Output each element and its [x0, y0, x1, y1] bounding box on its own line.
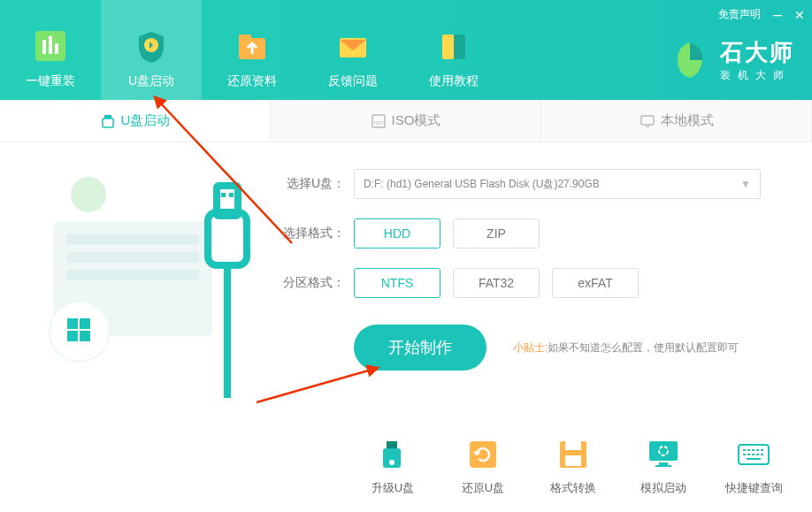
monitor-icon [640, 113, 655, 129]
svg-rect-40 [655, 465, 671, 467]
svg-text:ISO: ISO [374, 120, 384, 126]
tool-label: 模拟启动 [640, 480, 686, 496]
format-label: 选择格式： [283, 225, 345, 241]
book-icon [435, 27, 472, 65]
disclaimer-link[interactable]: 免责声明 [718, 7, 761, 22]
usb-icon [100, 113, 116, 129]
svg-rect-30 [387, 441, 397, 448]
tool-label: 升级U盘 [372, 480, 414, 496]
svg-rect-2 [49, 36, 52, 54]
svg-rect-1 [42, 40, 46, 54]
start-button[interactable]: 开始制作 [354, 325, 486, 371]
nav-label: 使用教程 [429, 73, 479, 89]
tip-label: 小贴士: [513, 341, 548, 354]
floppy-icon [555, 436, 592, 473]
chevron-down-icon: ▼ [740, 178, 751, 190]
logo-title: 石大师 [720, 37, 794, 68]
mail-icon [334, 27, 372, 65]
nav-label: 一键重装 [26, 73, 75, 89]
minimize-icon[interactable]: – [773, 5, 782, 24]
usb-stick-icon [374, 436, 411, 473]
bottom-tools: 升级U盘 还原U盘 格式转换 模拟启动 快捷键查询 [361, 436, 785, 496]
partition-fat32[interactable]: FAT32 [453, 268, 540, 298]
tab-iso[interactable]: ISO ISO模式 [271, 100, 541, 141]
tool-label: 快捷键查询 [725, 480, 783, 496]
main-content: 选择U盘： D:F: (hd1) General USB Flash Disk … [0, 142, 812, 388]
svg-rect-35 [565, 441, 581, 450]
restore-icon [464, 436, 502, 473]
usb-select-value: D:F: (hd1) General USB Flash Disk (U盘)27… [364, 177, 600, 192]
tab-usb-boot[interactable]: U盘启动 [0, 100, 271, 141]
format-hdd[interactable]: HDD [354, 218, 440, 248]
logo-icon [669, 39, 711, 81]
svg-rect-3 [55, 43, 58, 54]
tab-label: 本地模式 [661, 112, 714, 129]
svg-rect-39 [659, 462, 668, 465]
svg-rect-6 [239, 34, 251, 42]
partition-ntfs[interactable]: NTFS [354, 268, 440, 298]
nav-usb-boot[interactable]: U盘启动 [101, 0, 202, 100]
main-nav: 一键重装 U盘启动 还原资料 反馈问题 使用教程 [0, 0, 504, 100]
partition-exfat[interactable]: exFAT [552, 268, 639, 298]
tip-text: 小贴士:如果不知道怎么配置，使用默认配置即可 [513, 340, 739, 355]
svg-rect-36 [565, 455, 581, 466]
tool-label: 还原U盘 [462, 480, 504, 496]
window-controls: 免责声明 – ✕ [718, 5, 805, 24]
nav-reinstall[interactable]: 一键重装 [0, 0, 101, 100]
app-logo: 石大师 装机大师 [669, 37, 794, 83]
select-usb-label: 选择U盘： [283, 176, 345, 192]
tool-upgrade[interactable]: 升级U盘 [361, 436, 425, 496]
tool-label: 格式转换 [550, 480, 596, 496]
svg-rect-33 [470, 441, 496, 468]
nav-label: U盘启动 [128, 73, 174, 89]
keyboard-icon [735, 436, 772, 473]
svg-rect-9 [454, 34, 465, 59]
monitor-loading-icon [645, 436, 682, 473]
format-zip[interactable]: ZIP [453, 218, 540, 248]
tab-label: U盘启动 [121, 112, 171, 129]
tool-simulate[interactable]: 模拟启动 [632, 436, 695, 496]
upload-folder-icon [234, 27, 271, 65]
nav-tutorial[interactable]: 使用教程 [403, 0, 504, 100]
tool-hotkey[interactable]: 快捷键查询 [722, 436, 785, 496]
svg-rect-11 [103, 118, 113, 127]
svg-rect-14 [641, 116, 654, 125]
usb-select[interactable]: D:F: (hd1) General USB Flash Disk (U盘)27… [354, 169, 761, 199]
nav-label: 反馈问题 [328, 73, 378, 89]
app-header: 免责声明 – ✕ 一键重装 U盘启动 还原资料 反馈问题 使用教程 石大师 装机… [0, 0, 812, 100]
bar-chart-icon [32, 27, 69, 65]
nav-label: 还原资料 [227, 73, 277, 89]
nav-feedback[interactable]: 反馈问题 [303, 0, 403, 100]
tab-local[interactable]: 本地模式 [541, 100, 812, 141]
shield-icon [133, 27, 170, 65]
tool-convert[interactable]: 格式转换 [541, 436, 605, 496]
iso-icon: ISO [371, 113, 387, 129]
nav-restore[interactable]: 还原资料 [202, 0, 303, 100]
svg-rect-8 [442, 34, 454, 59]
tool-restore[interactable]: 还原U盘 [451, 436, 515, 496]
svg-point-32 [389, 460, 395, 465]
close-icon[interactable]: ✕ [794, 8, 805, 22]
partition-label: 分区格式： [283, 275, 345, 291]
sub-tabs: U盘启动 ISO ISO模式 本地模式 [0, 100, 812, 142]
logo-subtitle: 装机大师 [720, 68, 794, 83]
svg-rect-37 [649, 441, 678, 461]
tab-label: ISO模式 [392, 112, 441, 129]
